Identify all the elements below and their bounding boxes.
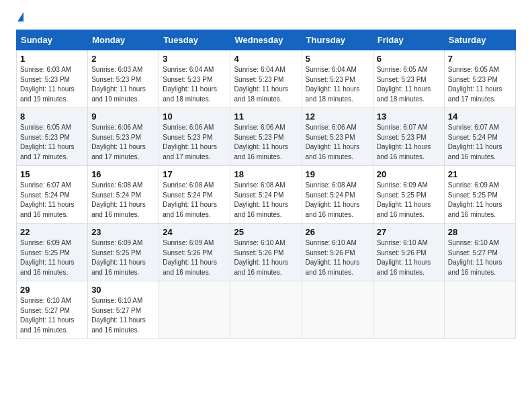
day-info: Sunrise: 6:04 AMSunset: 5:23 PMDaylight:… <box>163 65 226 104</box>
calendar-day-cell: 20Sunrise: 6:09 AMSunset: 5:25 PMDayligh… <box>373 166 444 224</box>
calendar-day-cell: 27Sunrise: 6:10 AMSunset: 5:26 PMDayligh… <box>373 224 444 281</box>
calendar-day-cell: 1Sunrise: 6:03 AMSunset: 5:23 PMDaylight… <box>17 50 88 108</box>
day-number: 14 <box>448 111 512 122</box>
day-info: Sunrise: 6:05 AMSunset: 5:23 PMDaylight:… <box>377 65 441 104</box>
day-number: 27 <box>377 227 441 237</box>
calendar-day-cell: 26Sunrise: 6:10 AMSunset: 5:26 PMDayligh… <box>302 224 373 281</box>
day-number: 16 <box>91 169 155 179</box>
day-number: 13 <box>377 111 441 122</box>
day-info: Sunrise: 6:08 AMSunset: 5:24 PMDaylight:… <box>91 181 155 220</box>
day-number: 18 <box>234 169 298 179</box>
day-info: Sunrise: 6:10 AMSunset: 5:26 PMDaylight:… <box>377 238 441 277</box>
calendar-day-cell: 25Sunrise: 6:10 AMSunset: 5:26 PMDayligh… <box>230 224 302 281</box>
day-number: 28 <box>448 227 512 237</box>
day-info: Sunrise: 6:05 AMSunset: 5:23 PMDaylight:… <box>20 123 84 162</box>
calendar-day-cell: 17Sunrise: 6:08 AMSunset: 5:24 PMDayligh… <box>159 166 230 224</box>
day-info: Sunrise: 6:03 AMSunset: 5:23 PMDaylight:… <box>91 65 155 104</box>
day-info: Sunrise: 6:10 AMSunset: 5:27 PMDaylight:… <box>91 296 155 335</box>
day-number: 24 <box>163 227 226 237</box>
day-number: 4 <box>234 54 298 64</box>
day-of-week-header: Saturday <box>444 30 515 50</box>
day-number: 10 <box>163 111 226 122</box>
day-number: 1 <box>20 54 84 64</box>
day-number: 7 <box>448 54 512 64</box>
day-of-week-header: Monday <box>88 30 159 50</box>
calendar-day-cell <box>159 281 230 339</box>
day-number: 25 <box>234 227 298 237</box>
calendar-day-cell: 8Sunrise: 6:05 AMSunset: 5:23 PMDaylight… <box>17 108 88 166</box>
calendar-table: SundayMondayTuesdayWednesdayThursdayFrid… <box>16 30 516 339</box>
day-info: Sunrise: 6:08 AMSunset: 5:24 PMDaylight:… <box>234 181 298 220</box>
calendar-day-cell: 23Sunrise: 6:09 AMSunset: 5:25 PMDayligh… <box>88 224 159 281</box>
calendar-day-cell: 30Sunrise: 6:10 AMSunset: 5:27 PMDayligh… <box>88 281 159 339</box>
day-number: 12 <box>306 111 369 122</box>
calendar-day-cell: 16Sunrise: 6:08 AMSunset: 5:24 PMDayligh… <box>88 166 159 224</box>
calendar-day-cell: 22Sunrise: 6:09 AMSunset: 5:25 PMDayligh… <box>17 224 88 281</box>
logo-triangle-icon <box>17 12 24 21</box>
day-info: Sunrise: 6:10 AMSunset: 5:27 PMDaylight:… <box>448 238 512 277</box>
calendar-day-cell <box>230 281 302 339</box>
day-info: Sunrise: 6:09 AMSunset: 5:25 PMDaylight:… <box>377 181 441 220</box>
day-number: 5 <box>306 54 369 64</box>
calendar-day-cell: 28Sunrise: 6:10 AMSunset: 5:27 PMDayligh… <box>444 224 515 281</box>
calendar-day-cell: 3Sunrise: 6:04 AMSunset: 5:23 PMDaylight… <box>159 50 230 108</box>
calendar-week-row: 8Sunrise: 6:05 AMSunset: 5:23 PMDaylight… <box>17 108 516 166</box>
day-number: 15 <box>20 169 84 179</box>
day-number: 9 <box>91 111 155 122</box>
day-of-week-header: Wednesday <box>230 30 302 50</box>
day-number: 29 <box>20 285 84 295</box>
day-info: Sunrise: 6:08 AMSunset: 5:24 PMDaylight:… <box>163 181 226 220</box>
page-header <box>16 13 516 23</box>
calendar-day-cell: 10Sunrise: 6:06 AMSunset: 5:23 PMDayligh… <box>159 108 230 166</box>
calendar-day-cell: 5Sunrise: 6:04 AMSunset: 5:23 PMDaylight… <box>302 50 373 108</box>
day-info: Sunrise: 6:07 AMSunset: 5:24 PMDaylight:… <box>448 123 512 162</box>
calendar-day-cell <box>444 281 515 339</box>
calendar-header-row: SundayMondayTuesdayWednesdayThursdayFrid… <box>17 30 516 50</box>
day-number: 8 <box>20 111 84 122</box>
day-number: 2 <box>91 54 155 64</box>
calendar-day-cell: 9Sunrise: 6:06 AMSunset: 5:23 PMDaylight… <box>88 108 159 166</box>
calendar-day-cell <box>373 281 444 339</box>
calendar-day-cell: 4Sunrise: 6:04 AMSunset: 5:23 PMDaylight… <box>230 50 302 108</box>
day-info: Sunrise: 6:10 AMSunset: 5:27 PMDaylight:… <box>20 296 84 335</box>
day-of-week-header: Friday <box>373 30 444 50</box>
day-number: 21 <box>448 169 512 179</box>
day-number: 17 <box>163 169 226 179</box>
day-info: Sunrise: 6:04 AMSunset: 5:23 PMDaylight:… <box>234 65 298 104</box>
calendar-week-row: 22Sunrise: 6:09 AMSunset: 5:25 PMDayligh… <box>17 224 516 281</box>
day-of-week-header: Tuesday <box>159 30 230 50</box>
calendar-week-row: 29Sunrise: 6:10 AMSunset: 5:27 PMDayligh… <box>17 281 516 339</box>
day-info: Sunrise: 6:06 AMSunset: 5:23 PMDaylight:… <box>306 123 369 162</box>
calendar-week-row: 1Sunrise: 6:03 AMSunset: 5:23 PMDaylight… <box>17 50 516 108</box>
day-number: 20 <box>377 169 441 179</box>
day-info: Sunrise: 6:10 AMSunset: 5:26 PMDaylight:… <box>306 238 369 277</box>
day-number: 22 <box>20 227 84 237</box>
day-info: Sunrise: 6:09 AMSunset: 5:25 PMDaylight:… <box>91 238 155 277</box>
day-number: 23 <box>91 227 155 237</box>
calendar-day-cell: 2Sunrise: 6:03 AMSunset: 5:23 PMDaylight… <box>88 50 159 108</box>
calendar-day-cell <box>302 281 373 339</box>
day-of-week-header: Sunday <box>17 30 88 50</box>
day-info: Sunrise: 6:06 AMSunset: 5:23 PMDaylight:… <box>163 123 226 162</box>
day-info: Sunrise: 6:07 AMSunset: 5:23 PMDaylight:… <box>377 123 441 162</box>
day-info: Sunrise: 6:09 AMSunset: 5:26 PMDaylight:… <box>163 238 226 277</box>
day-info: Sunrise: 6:05 AMSunset: 5:23 PMDaylight:… <box>448 65 512 104</box>
calendar-day-cell: 21Sunrise: 6:09 AMSunset: 5:25 PMDayligh… <box>444 166 515 224</box>
calendar-day-cell: 15Sunrise: 6:07 AMSunset: 5:24 PMDayligh… <box>17 166 88 224</box>
day-info: Sunrise: 6:06 AMSunset: 5:23 PMDaylight:… <box>91 123 155 162</box>
calendar-day-cell: 12Sunrise: 6:06 AMSunset: 5:23 PMDayligh… <box>302 108 373 166</box>
day-info: Sunrise: 6:08 AMSunset: 5:24 PMDaylight:… <box>306 181 369 220</box>
day-info: Sunrise: 6:04 AMSunset: 5:23 PMDaylight:… <box>306 65 369 104</box>
day-number: 30 <box>91 285 155 295</box>
calendar-day-cell: 6Sunrise: 6:05 AMSunset: 5:23 PMDaylight… <box>373 50 444 108</box>
calendar-day-cell: 11Sunrise: 6:06 AMSunset: 5:23 PMDayligh… <box>230 108 302 166</box>
calendar-day-cell: 13Sunrise: 6:07 AMSunset: 5:23 PMDayligh… <box>373 108 444 166</box>
day-number: 19 <box>306 169 369 179</box>
day-info: Sunrise: 6:07 AMSunset: 5:24 PMDaylight:… <box>20 181 84 220</box>
day-number: 26 <box>306 227 369 237</box>
calendar-day-cell: 29Sunrise: 6:10 AMSunset: 5:27 PMDayligh… <box>17 281 88 339</box>
day-number: 11 <box>234 111 298 122</box>
day-of-week-header: Thursday <box>302 30 373 50</box>
calendar-day-cell: 24Sunrise: 6:09 AMSunset: 5:26 PMDayligh… <box>159 224 230 281</box>
day-number: 3 <box>163 54 226 64</box>
